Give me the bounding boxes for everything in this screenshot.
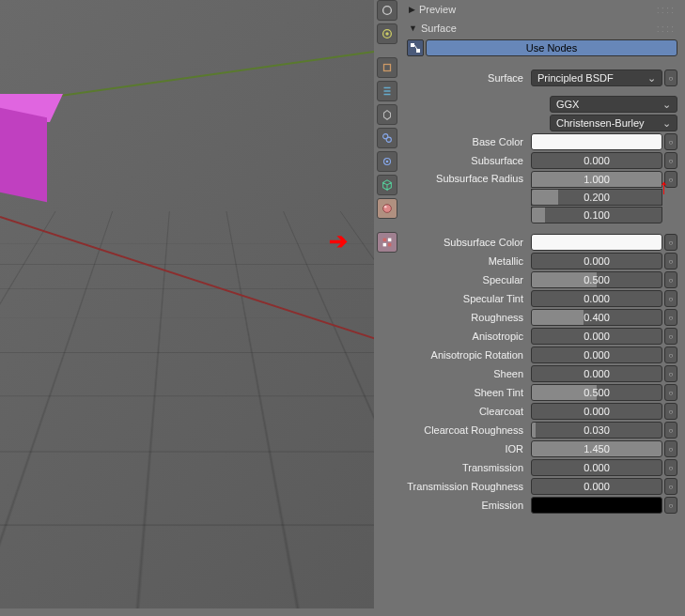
modifiers-tab[interactable]	[377, 151, 397, 172]
specular-tint-socket[interactable]	[664, 290, 677, 307]
properties-panel: ▶ Preview :::: ▼ Surface :::: Use Nodes …	[399, 0, 685, 616]
preview-label: Preview	[419, 4, 456, 15]
render-layers-tab[interactable]	[377, 23, 397, 44]
scene-tab[interactable]	[377, 57, 397, 78]
render-tab[interactable]	[377, 0, 397, 21]
specular-socket[interactable]	[664, 271, 677, 288]
transmission-label: Transmission	[407, 462, 529, 473]
svg-point-7	[385, 161, 388, 163]
svg-point-0	[382, 7, 391, 15]
subsurface-color-field[interactable]	[531, 234, 662, 251]
base-color-field[interactable]	[531, 133, 662, 150]
surface-panel-header[interactable]: ▼ Surface ::::	[403, 19, 681, 38]
ior-socket[interactable]	[664, 440, 677, 457]
surface-node-socket[interactable]	[664, 69, 677, 86]
subsurface-radius-g[interactable]: 0.200	[531, 189, 662, 206]
clearcoat-socket[interactable]	[664, 403, 677, 420]
transmission-roughness-label: Transmission Roughness	[407, 481, 529, 492]
specular-field[interactable]: 0.500	[531, 271, 662, 288]
anisotropic-rotation-socket[interactable]	[664, 346, 677, 363]
clearcoat-label: Clearcoat	[407, 406, 529, 417]
roughness-socket[interactable]	[664, 309, 677, 326]
surface-shader-select[interactable]: Principled BSDF	[531, 69, 662, 86]
preview-panel-header[interactable]: ▶ Preview ::::	[403, 0, 681, 19]
svg-rect-10	[382, 239, 386, 242]
metallic-field[interactable]: 0.000	[531, 253, 662, 270]
roughness-field[interactable]: 0.400	[531, 309, 662, 326]
3d-viewport[interactable]	[0, 0, 374, 608]
anisotropic-field[interactable]: 0.000	[531, 328, 662, 345]
clearcoat-roughness-socket[interactable]	[664, 422, 677, 439]
surface-label: Surface	[421, 23, 457, 34]
nodes-icon[interactable]	[407, 39, 424, 56]
svg-point-2	[385, 32, 389, 36]
transmission-roughness-field[interactable]: 0.000	[531, 478, 662, 495]
subsurface-color-socket[interactable]	[664, 234, 677, 251]
sheen-tint-field[interactable]: 0.500	[531, 384, 662, 401]
emission-label: Emission	[407, 500, 529, 511]
anisotropic-rotation-field[interactable]: 0.000	[531, 346, 662, 363]
cube-object[interactable]	[0, 85, 66, 197]
constraints-tab[interactable]	[377, 128, 397, 148]
metallic-label: Metallic	[407, 255, 529, 267]
emission-color-field[interactable]	[531, 497, 662, 514]
clearcoat-roughness-label: Clearcoat Roughness	[407, 424, 529, 436]
expand-icon: ▶	[409, 5, 415, 14]
svg-rect-12	[382, 243, 386, 247]
specular-tint-label: Specular Tint	[407, 293, 529, 304]
use-nodes-button[interactable]: Use Nodes	[426, 39, 677, 56]
sheen-label: Sheen	[407, 368, 529, 379]
panel-grip-icon: ::::	[657, 4, 676, 15]
world-tab[interactable]	[377, 81, 397, 101]
specular-label: Specular	[407, 274, 529, 285]
subsurface-radius-r[interactable]: 1.000	[531, 171, 662, 188]
base-color-label: Base Color	[407, 136, 529, 147]
data-tab[interactable]	[377, 175, 397, 195]
specular-tint-field[interactable]: 0.000	[531, 290, 662, 307]
sheen-socket[interactable]	[664, 365, 677, 382]
base-color-socket[interactable]	[664, 133, 677, 150]
material-tab[interactable]	[377, 198, 397, 219]
annotation-arrow-right: ➔	[329, 228, 348, 254]
sheen-tint-socket[interactable]	[664, 384, 677, 401]
subsurface-socket[interactable]	[664, 152, 677, 169]
subsurface-radius-b[interactable]: 0.100	[531, 207, 662, 223]
annotation-arrow-up: ↑	[659, 175, 669, 199]
subsurface-field[interactable]: 0.000	[531, 152, 662, 169]
transmission-field[interactable]: 0.000	[531, 459, 662, 476]
texture-tab[interactable]	[377, 232, 397, 253]
emission-socket[interactable]	[664, 497, 677, 514]
anisotropic-socket[interactable]	[664, 328, 677, 345]
panel-grip-icon: ::::	[657, 23, 676, 34]
clearcoat-roughness-field[interactable]: 0.030	[531, 422, 662, 439]
subsurface-radius-label: Subsurface Radius	[407, 171, 529, 184]
ior-label: IOR	[407, 443, 529, 454]
distribution-select[interactable]: GGX	[550, 96, 677, 113]
svg-point-8	[382, 205, 391, 213]
svg-rect-11	[387, 239, 391, 242]
cube-front-face	[0, 108, 47, 203]
object-tab[interactable]	[377, 104, 397, 125]
svg-point-9	[383, 206, 386, 208]
anisotropic-rotation-label: Anisotropic Rotation	[407, 349, 529, 361]
sheen-field[interactable]: 0.000	[531, 365, 662, 382]
sss-method-select[interactable]: Christensen-Burley	[550, 115, 677, 131]
axis-x	[0, 216, 374, 362]
svg-rect-13	[387, 243, 391, 247]
transmission-socket[interactable]	[664, 459, 677, 476]
svg-point-5	[386, 137, 391, 142]
subsurface-color-label: Subsurface Color	[407, 237, 529, 248]
properties-tabs	[374, 0, 399, 616]
ior-field[interactable]: 1.450	[531, 440, 662, 457]
svg-rect-14	[411, 43, 414, 47]
svg-rect-3	[383, 65, 390, 71]
collapse-icon: ▼	[409, 23, 417, 33]
anisotropic-label: Anisotropic	[407, 331, 529, 342]
subsurface-label: Subsurface	[407, 155, 529, 166]
roughness-label: Roughness	[407, 312, 529, 323]
sheen-tint-label: Sheen Tint	[407, 387, 529, 398]
surface-prop-label: Surface	[407, 72, 529, 84]
clearcoat-field[interactable]: 0.000	[531, 403, 662, 420]
metallic-socket[interactable]	[664, 253, 677, 270]
transmission-roughness-socket[interactable]	[664, 478, 677, 495]
